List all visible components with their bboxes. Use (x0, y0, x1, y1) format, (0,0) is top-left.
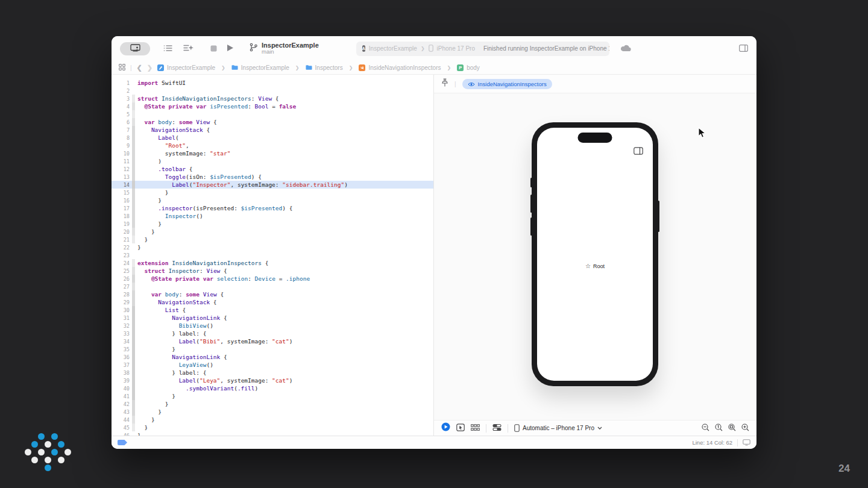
code-line[interactable]: 19 } (112, 220, 433, 228)
activity-status[interactable]: A InspectorExample ❯ iPhone 17 Pro Finis… (356, 42, 609, 56)
fold-ribbon[interactable] (130, 212, 137, 220)
code-line[interactable]: 3struct InsideNavigationInspectors: View… (112, 95, 433, 102)
zoom-to-fit-button[interactable] (728, 423, 736, 434)
fold-ribbon[interactable] (130, 345, 137, 353)
stop-button[interactable] (210, 43, 217, 54)
code-line[interactable]: 30 List { (112, 306, 433, 314)
code-line[interactable]: 38 } label: { (112, 369, 433, 377)
code-line[interactable]: 8 Label( (112, 134, 433, 142)
fold-ribbon[interactable] (130, 353, 137, 361)
fold-ribbon[interactable] (130, 267, 137, 275)
code-line[interactable]: 37 LeyaView() (112, 361, 433, 369)
fold-ribbon[interactable] (130, 126, 137, 134)
fold-ribbon[interactable] (130, 298, 137, 306)
code-line[interactable]: 29 NavigationStack { (112, 298, 433, 306)
code-line[interactable]: 39 Label("Leya", systemImage: "cat") (112, 377, 433, 384)
code-line[interactable]: 13 Toggle(isOn: $isPresented) { (112, 173, 433, 181)
code-line[interactable]: 14 Label("Inspector", systemImage: "side… (112, 181, 433, 189)
coding-assistant-button[interactable] (183, 43, 193, 54)
fold-ribbon[interactable] (130, 95, 137, 102)
fold-ribbon[interactable] (130, 259, 137, 267)
inspector-toggle-icon[interactable] (634, 146, 643, 157)
display-icon[interactable] (743, 437, 750, 448)
code-line[interactable]: 42 } (112, 400, 433, 408)
fold-ribbon[interactable] (130, 400, 137, 408)
related-items-icon[interactable] (119, 62, 125, 73)
fold-ribbon[interactable] (130, 157, 137, 165)
code-line[interactable]: 16 } (112, 196, 433, 204)
code-line[interactable]: 4 @State private var isPresented: Bool =… (112, 102, 433, 110)
fold-ribbon[interactable] (130, 392, 137, 400)
fold-ribbon[interactable] (130, 369, 137, 377)
code-line[interactable]: 22} (112, 243, 433, 251)
fold-ribbon[interactable] (130, 251, 137, 259)
fold-ribbon[interactable] (130, 424, 137, 431)
code-line[interactable]: 40 .symbolVariant(.fill) (112, 384, 433, 392)
code-line[interactable]: 35 } (112, 345, 433, 353)
fold-ribbon[interactable] (130, 189, 137, 196)
code-line[interactable]: 20 } (112, 228, 433, 236)
fold-ribbon[interactable] (130, 204, 137, 212)
device-settings-button[interactable] (492, 423, 502, 434)
code-line[interactable]: 25 struct Inspector: View { (112, 267, 433, 275)
breadcrumb-item-group[interactable]: InspectorExample (231, 64, 289, 71)
zoom-in-button[interactable] (741, 423, 749, 434)
cloud-status-button[interactable] (620, 43, 631, 54)
zoom-out-button[interactable] (702, 423, 709, 434)
back-button[interactable]: ❮ (137, 64, 142, 72)
code-line[interactable]: 17 .inspector(isPresented: $isPresented)… (112, 204, 433, 212)
scheme-selector[interactable]: InspectorExample main (250, 42, 319, 55)
breadcrumb-item-folder[interactable]: Inspectors (306, 64, 343, 71)
forward-button[interactable]: ❯ (147, 64, 153, 72)
fold-ribbon[interactable] (130, 275, 137, 283)
code-line[interactable]: 7 NavigationStack { (112, 126, 433, 134)
live-preview-button[interactable] (441, 422, 450, 434)
fold-ribbon[interactable] (130, 110, 137, 118)
code-line[interactable]: 18 Inspector() (112, 212, 433, 220)
code-line[interactable]: 33 } label: { (112, 330, 433, 337)
code-line[interactable]: 31 NavigationLink { (112, 314, 433, 322)
breadcrumb-item-symbol[interactable]: P body (457, 64, 480, 71)
source-editor[interactable]: 1import SwiftUI23struct InsideNavigation… (112, 75, 434, 436)
code-line[interactable]: 9 "Root", (112, 142, 433, 149)
fold-ribbon[interactable] (130, 283, 137, 290)
pin-icon[interactable] (441, 78, 448, 89)
code-line[interactable]: 26 @State private var selection: Device … (112, 275, 433, 283)
code-line[interactable]: 45 } (112, 424, 433, 431)
fold-ribbon[interactable] (130, 290, 137, 298)
code-line[interactable]: 44 } (112, 416, 433, 424)
fold-ribbon[interactable] (130, 228, 137, 236)
fold-ribbon[interactable] (130, 181, 137, 189)
preview-device-selector[interactable]: Automatic – iPhone 17 Pro (514, 424, 602, 432)
fold-ribbon[interactable] (130, 243, 137, 251)
fold-ribbon[interactable] (130, 377, 137, 384)
zoom-actual-size-button[interactable] (715, 423, 723, 434)
debug-console-button[interactable] (163, 43, 172, 54)
fold-ribbon[interactable] (130, 118, 137, 126)
breakpoint-tag-icon[interactable] (118, 440, 127, 445)
code-line[interactable]: 10 systemImage: "star" (112, 149, 433, 157)
fold-ribbon[interactable] (130, 196, 137, 204)
fold-ribbon[interactable] (130, 314, 137, 322)
code-line[interactable]: 5 (112, 110, 433, 118)
code-line[interactable]: 43 } (112, 408, 433, 416)
fold-ribbon[interactable] (130, 337, 137, 345)
fold-ribbon[interactable] (130, 87, 137, 95)
code-line[interactable]: 34 Label("Bibi", systemImage: "cat") (112, 337, 433, 345)
fold-ribbon[interactable] (130, 361, 137, 369)
code-line[interactable]: 1import SwiftUI (112, 79, 433, 87)
sidebar-toggle-button[interactable] (120, 42, 150, 55)
breadcrumb-item-project[interactable]: InspectorExample (157, 64, 215, 71)
variants-mode-button[interactable] (471, 423, 480, 434)
code-line[interactable]: 46} (112, 431, 433, 436)
code-line[interactable]: 41 } (112, 392, 433, 400)
fold-ribbon[interactable] (130, 408, 137, 416)
code-line[interactable]: 27 (112, 283, 433, 290)
code-line[interactable]: 12 .toolbar { (112, 165, 433, 173)
fold-ribbon[interactable] (130, 322, 137, 330)
fold-ribbon[interactable] (130, 330, 137, 337)
fold-ribbon[interactable] (130, 306, 137, 314)
fold-ribbon[interactable] (130, 431, 137, 436)
selectable-mode-button[interactable] (456, 423, 465, 434)
code-line[interactable]: 21 } (112, 236, 433, 243)
